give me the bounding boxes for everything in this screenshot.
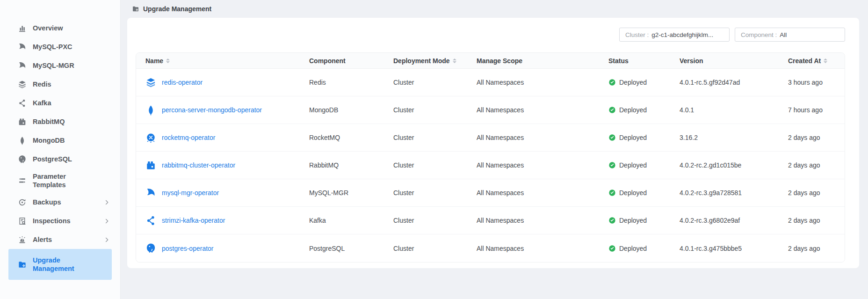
table-header-row: Name Component Deployment Mode Manage Sc… bbox=[136, 53, 845, 69]
table-row: rocketmq-operator RocketMQ Cluster All N… bbox=[136, 124, 845, 152]
sidebar-item-mysql-mgr[interactable]: MySQL-MGR bbox=[8, 56, 112, 75]
sidebar-item-parameter-templates[interactable]: Parameter Templates bbox=[8, 168, 112, 193]
sidebar-item-postgresql[interactable]: PostgreSQL bbox=[8, 150, 112, 168]
sidebar-item-label: Kafka bbox=[33, 99, 51, 107]
deployed-status-icon bbox=[608, 134, 616, 141]
column-header-created-at[interactable]: Created At bbox=[788, 57, 845, 65]
version-cell: 4.0.1-rc.5.gf92d47ad bbox=[680, 79, 788, 86]
mongodb-leaf-icon bbox=[18, 136, 27, 145]
column-header-name[interactable]: Name bbox=[145, 57, 309, 65]
operator-link[interactable]: percona-server-mongodb-operator bbox=[162, 106, 262, 114]
sidebar: Overview MySQL-PXC MySQL-MGR Redis Kafka… bbox=[0, 0, 121, 299]
status-cell: Deployed bbox=[608, 106, 680, 114]
postgresql-elephant-icon bbox=[145, 243, 156, 254]
sidebar-item-backups[interactable]: Backups bbox=[8, 193, 112, 211]
sort-icon[interactable] bbox=[166, 58, 170, 63]
cluster-select-label: Cluster : bbox=[625, 31, 649, 38]
status-cell: Deployed bbox=[608, 245, 680, 252]
operator-link[interactable]: rocketmq-operator bbox=[162, 134, 215, 141]
deployed-status-icon bbox=[608, 161, 616, 169]
sidebar-item-label: MySQL-MGR bbox=[33, 61, 74, 70]
rocketmq-icon bbox=[145, 132, 156, 143]
version-cell: 4.0.1 bbox=[680, 106, 788, 114]
manage-scope-cell: All Namespaces bbox=[477, 106, 608, 114]
breadcrumb: Upgrade Management bbox=[132, 0, 211, 18]
breadcrumb-label: Upgrade Management bbox=[143, 5, 211, 13]
sidebar-item-mysql-pxc[interactable]: MySQL-PXC bbox=[8, 37, 112, 56]
component-select-label: Component : bbox=[741, 31, 777, 38]
sidebar-item-label: Backups bbox=[33, 198, 61, 206]
sidebar-item-overview[interactable]: Overview bbox=[8, 19, 112, 37]
version-cell: 4.0.2-rc.3.g9a728581 bbox=[680, 189, 788, 197]
sort-icon[interactable] bbox=[824, 58, 827, 63]
table-row: mysql-mgr-operator MySQL-MGR Cluster All… bbox=[136, 179, 845, 207]
operator-link[interactable]: mysql-mgr-operator bbox=[162, 189, 219, 197]
chevron-right-icon bbox=[104, 218, 110, 224]
version-cell: 4.0.2-rc.2.gd1c015be bbox=[680, 161, 788, 169]
status-label: Deployed bbox=[619, 79, 647, 86]
component-cell: Kafka bbox=[309, 217, 393, 224]
backups-refresh-icon bbox=[18, 198, 27, 207]
sidebar-item-mongodb[interactable]: MongoDB bbox=[8, 131, 112, 150]
deployment-mode-cell: Cluster bbox=[393, 134, 477, 141]
sidebar-item-label: MongoDB bbox=[33, 136, 65, 145]
created-at-cell: 7 hours ago bbox=[788, 106, 845, 114]
sidebar-nav: Overview MySQL-PXC MySQL-MGR Redis Kafka… bbox=[0, 19, 120, 280]
manage-scope-cell: All Namespaces bbox=[477, 189, 608, 197]
mysql-dolphin-icon bbox=[18, 43, 27, 51]
status-cell: Deployed bbox=[608, 134, 680, 141]
mysql-dolphin-icon bbox=[18, 61, 27, 70]
sort-icon[interactable] bbox=[453, 58, 456, 63]
component-cell: PostgreSQL bbox=[309, 245, 393, 252]
sidebar-item-label: PostgreSQL bbox=[33, 155, 72, 163]
deployment-mode-cell: Cluster bbox=[393, 245, 477, 252]
operator-link[interactable]: rabbitmq-cluster-operator bbox=[162, 161, 235, 169]
column-header-component: Component bbox=[309, 57, 393, 65]
sidebar-item-rabbitmq[interactable]: RabbitMQ bbox=[8, 112, 112, 131]
inspections-search-doc-icon bbox=[18, 217, 27, 226]
sidebar-item-inspections[interactable]: Inspections bbox=[8, 211, 112, 230]
rabbitmq-icon bbox=[18, 117, 27, 126]
content-card: Cluster : g2-c1-abcdefghijklm... Compone… bbox=[127, 18, 859, 268]
component-cell: MongoDB bbox=[309, 106, 393, 114]
created-at-cell: 2 days ago bbox=[788, 161, 845, 169]
sidebar-item-alerts[interactable]: Alerts bbox=[8, 230, 112, 249]
sidebar-item-label: RabbitMQ bbox=[33, 117, 65, 126]
sidebar-item-label: Alerts bbox=[33, 235, 52, 244]
sidebar-item-label: Parameter Templates bbox=[33, 172, 93, 189]
table-row: percona-server-mongodb-operator MongoDB … bbox=[136, 96, 845, 124]
sidebar-item-upgrade-management[interactable]: Upgrade Management bbox=[8, 249, 112, 280]
created-at-cell: 2 days ago bbox=[788, 217, 845, 224]
deployment-mode-cell: Cluster bbox=[393, 106, 477, 114]
created-at-cell: 2 days ago bbox=[788, 134, 845, 141]
postgresql-elephant-icon bbox=[18, 155, 27, 164]
sidebar-item-label: MySQL-PXC bbox=[33, 43, 72, 51]
created-at-cell: 2 days ago bbox=[788, 189, 845, 197]
version-cell: 3.16.2 bbox=[680, 134, 788, 141]
status-label: Deployed bbox=[619, 217, 647, 224]
deployment-mode-cell: Cluster bbox=[393, 161, 477, 169]
sidebar-item-redis[interactable]: Redis bbox=[8, 75, 112, 94]
deployed-status-icon bbox=[608, 245, 616, 252]
operator-link[interactable]: redis-operator bbox=[162, 79, 203, 86]
column-header-deployment-mode[interactable]: Deployment Mode bbox=[393, 57, 477, 65]
status-cell: Deployed bbox=[608, 217, 680, 224]
redis-layers-icon bbox=[145, 77, 156, 88]
manage-scope-cell: All Namespaces bbox=[477, 245, 608, 252]
sidebar-item-kafka[interactable]: Kafka bbox=[8, 94, 112, 112]
table-row: strimzi-kafka-operator Kafka Cluster All… bbox=[136, 207, 845, 234]
upgrade-management-icon bbox=[132, 5, 139, 13]
version-cell: 4.0.1-rc.3.g475bbbe5 bbox=[680, 245, 788, 252]
upgrade-folder-gear-icon bbox=[18, 260, 27, 269]
deployment-mode-cell: Cluster bbox=[393, 217, 477, 224]
operator-link[interactable]: strimzi-kafka-operator bbox=[162, 217, 225, 224]
status-label: Deployed bbox=[619, 134, 647, 141]
component-select[interactable]: Component : All bbox=[735, 28, 845, 42]
operator-link[interactable]: postgres-operator bbox=[162, 245, 214, 252]
status-cell: Deployed bbox=[608, 79, 680, 86]
created-at-cell: 2 days ago bbox=[788, 245, 845, 252]
kafka-icon bbox=[145, 215, 156, 226]
status-cell: Deployed bbox=[608, 161, 680, 169]
cluster-select[interactable]: Cluster : g2-c1-abcdefghijklm... bbox=[619, 28, 730, 42]
component-cell: Redis bbox=[309, 79, 393, 86]
